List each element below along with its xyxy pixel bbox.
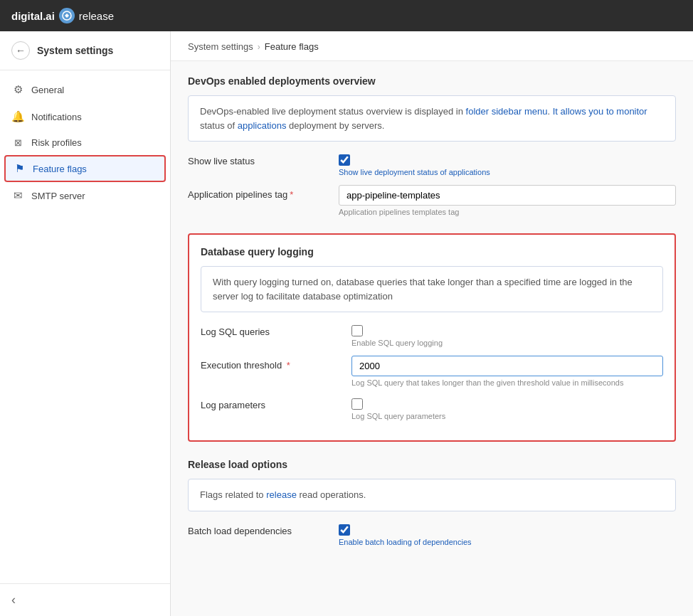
sidebar-title: System settings [37, 45, 113, 56]
db-logging-section: Database query logging With query loggin… [188, 233, 676, 442]
app-pipelines-input[interactable] [339, 185, 676, 206]
log-sql-checkbox-wrap [351, 322, 663, 336]
log-parameters-hint: Log SQL query parameters [351, 412, 663, 420]
required-marker-threshold: * [284, 360, 290, 371]
devops-info-text1: DevOps-enabled live deployment status ov… [200, 106, 466, 117]
log-parameters-checkbox-wrap [351, 395, 663, 410]
content-area: System settings › Feature flags DevOps e… [171, 31, 693, 616]
sidebar-item-feature-flags[interactable]: ⚑ Feature flags [4, 155, 166, 182]
sidebar-item-general[interactable]: ⚙ General [0, 76, 170, 103]
execution-threshold-input[interactable] [351, 356, 663, 376]
sidebar-item-label: Feature flags [33, 164, 87, 174]
batch-load-checkbox[interactable] [339, 524, 350, 536]
breadcrumb-separator: › [258, 42, 260, 52]
release-load-info-box: Flags related to release read operations… [188, 479, 676, 511]
devops-bold: It allows you to monitor [553, 106, 647, 117]
app-pipelines-control: Application pipelines templates tag [339, 185, 676, 216]
back-button[interactable]: ← [11, 41, 30, 60]
devops-title: DevOps enabled deployments overview [188, 75, 676, 87]
log-sql-label: Log SQL queries [201, 322, 343, 337]
breadcrumb: System settings › Feature flags [171, 31, 693, 61]
show-live-status-checkbox-wrap [339, 152, 676, 166]
logo-text: digital.ai [11, 10, 55, 22]
app-pipelines-row: Application pipelines tag* Application p… [188, 185, 676, 216]
logo-area: digital.ai release [11, 8, 114, 23]
log-parameters-row: Log parameters Log SQL query parameters [201, 395, 663, 420]
sidebar-item-notifications[interactable]: 🔔 Notifications [0, 103, 170, 130]
breadcrumb-current: Feature flags [265, 41, 319, 52]
flag-icon: ⚑ [13, 162, 26, 175]
show-live-status-control: Show live deployment status of applicati… [339, 152, 676, 176]
sidebar-item-risk-profiles[interactable]: ⊠ Risk profiles [0, 130, 170, 155]
release-load-title: Release load options [188, 459, 676, 470]
risk-icon: ⊠ [11, 137, 24, 148]
logo-release: digital.ai release [11, 8, 114, 23]
collapse-button[interactable]: ‹ [11, 593, 159, 607]
db-logging-info-text: With query logging turned on, database q… [213, 277, 633, 302]
release-load-link: release [266, 489, 297, 500]
release-load-info-text1: Flags related to [200, 489, 266, 500]
sidebar-item-smtp-server[interactable]: ✉ SMTP server [0, 182, 170, 209]
collapse-icon: ‹ [11, 593, 16, 607]
batch-load-hint: Enable batch loading of dependencies [339, 538, 676, 546]
gear-icon: ⚙ [11, 83, 24, 96]
batch-load-label: Batch load dependencies [188, 521, 330, 536]
sidebar-item-label: General [31, 85, 64, 95]
log-sql-row: Log SQL queries Enable SQL query logging [201, 322, 663, 347]
mail-icon: ✉ [11, 189, 24, 202]
main-layout: ← System settings ⚙ General 🔔 Notificati… [0, 31, 693, 616]
sidebar: ← System settings ⚙ General 🔔 Notificati… [0, 31, 171, 616]
sidebar-item-label: Notifications [31, 112, 82, 122]
page-body: DevOps enabled deployments overview DevO… [171, 61, 693, 575]
devops-link: applications [238, 120, 287, 131]
required-marker: * [290, 189, 293, 200]
db-logging-info-box: With query logging turned on, database q… [201, 266, 663, 312]
sidebar-header: ← System settings [0, 31, 170, 70]
batch-load-control: Enable batch loading of dependencies [339, 521, 676, 546]
show-live-status-checkbox[interactable] [339, 154, 350, 166]
devops-highlight: folder sidebar menu [466, 106, 548, 117]
execution-threshold-control: Log SQL query that takes longer than the… [351, 356, 663, 387]
devops-section: DevOps enabled deployments overview DevO… [188, 75, 676, 216]
app-pipelines-label: Application pipelines tag* [188, 185, 330, 200]
top-bar: digital.ai release [0, 0, 693, 31]
log-parameters-label: Log parameters [201, 395, 343, 410]
devops-info-text2: . [548, 106, 553, 117]
log-parameters-control: Log SQL query parameters [351, 395, 663, 420]
bell-icon: 🔔 [11, 110, 24, 123]
show-live-status-label: Show live status [188, 152, 330, 166]
sidebar-item-label: Risk profiles [31, 137, 82, 148]
devops-info-text3: status of [200, 120, 238, 131]
log-parameters-checkbox[interactable] [351, 398, 363, 410]
db-logging-title: Database query logging [201, 246, 663, 257]
devops-info-text4: deployment by servers. [286, 120, 384, 131]
app-pipelines-hint: Application pipelines templates tag [339, 208, 676, 216]
release-label: release [79, 10, 114, 22]
batch-load-checkbox-wrap [339, 521, 676, 536]
release-load-info-text2: read operations. [297, 489, 366, 500]
batch-load-row: Batch load dependencies Enable batch loa… [188, 521, 676, 546]
log-sql-control: Enable SQL query logging [351, 322, 663, 347]
show-live-status-hint: Show live deployment status of applicati… [339, 168, 676, 176]
execution-threshold-row: Execution threshold * Log SQL query that… [201, 356, 663, 387]
release-load-section: Release load options Flags related to re… [188, 459, 676, 546]
breadcrumb-parent[interactable]: System settings [188, 41, 253, 52]
sidebar-item-label: SMTP server [31, 191, 85, 201]
show-live-status-row: Show live status Show live deployment st… [188, 152, 676, 176]
execution-threshold-hint: Log SQL query that takes longer than the… [351, 378, 663, 387]
release-icon [59, 8, 75, 23]
devops-info-box: DevOps-enabled live deployment status ov… [188, 95, 676, 142]
log-sql-hint: Enable SQL query logging [351, 339, 663, 347]
execution-threshold-label: Execution threshold * [201, 356, 343, 371]
log-sql-checkbox[interactable] [351, 325, 363, 336]
sidebar-bottom: ‹ [0, 583, 170, 616]
sidebar-nav: ⚙ General 🔔 Notifications ⊠ Risk profile… [0, 70, 170, 583]
